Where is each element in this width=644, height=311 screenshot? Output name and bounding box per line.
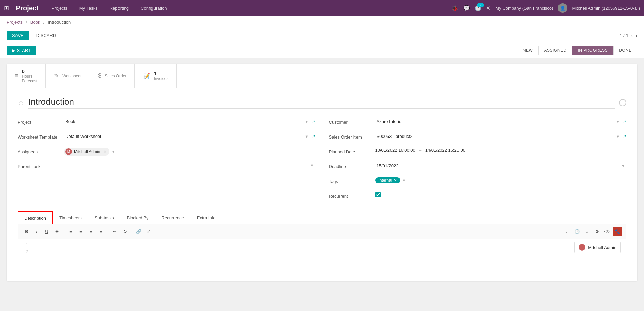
tag-badge-internal: Internal ✕ bbox=[375, 177, 400, 183]
star-icon[interactable]: ☆ bbox=[18, 98, 24, 107]
app-grid-icon[interactable]: ⊞ bbox=[4, 4, 9, 12]
tab-timesheets[interactable]: Timesheets bbox=[53, 211, 88, 224]
tag-remove[interactable]: ✕ bbox=[394, 178, 397, 183]
company-name: My Company (San Francisco) bbox=[495, 6, 553, 11]
breadcrumb-projects[interactable]: Projects bbox=[7, 20, 23, 25]
salesorder-label: Sales Order bbox=[105, 74, 126, 78]
sales-order-item-dropdown[interactable]: S00063 - product2 ▼ bbox=[375, 133, 621, 140]
toolbar-redo[interactable]: ↻ bbox=[120, 227, 130, 236]
tab-extra-info[interactable]: Extra Info bbox=[191, 211, 222, 224]
field-label-deadline: Deadline bbox=[329, 162, 373, 169]
pager: 1 / 1 ‹ › bbox=[620, 33, 637, 39]
toolbar-arrows[interactable]: ⇌ bbox=[562, 227, 572, 236]
smart-btn-worksheet[interactable]: ✎ Worksheet bbox=[46, 64, 90, 88]
recurrent-checkbox[interactable] bbox=[375, 192, 381, 197]
customer-arrow: ▼ bbox=[616, 120, 620, 124]
start-button[interactable]: ▶ START bbox=[7, 46, 36, 55]
nav-mytasks[interactable]: My Tasks bbox=[77, 4, 100, 12]
editor-content[interactable] bbox=[22, 242, 622, 269]
toolbar-unordered-list[interactable]: ≡ bbox=[76, 227, 86, 236]
project-dropdown[interactable]: Book ▼ bbox=[64, 118, 310, 125]
bug-icon[interactable]: 🐞 bbox=[452, 5, 459, 11]
stage-inprogress[interactable]: IN PROGRESS bbox=[572, 46, 613, 55]
form-area: ☆ Project Book ▼ bbox=[7, 88, 637, 281]
toolbar-indent-right[interactable]: ≡ bbox=[96, 227, 106, 236]
sales-order-item-external-link[interactable]: ↗ bbox=[623, 134, 626, 139]
customer-dropdown[interactable]: Azure Interior ▼ bbox=[375, 118, 621, 125]
tab-recurrence[interactable]: Recurrence bbox=[155, 211, 191, 224]
toolbar-code[interactable]: </> bbox=[603, 227, 612, 236]
nav-reporting[interactable]: Reporting bbox=[107, 4, 131, 12]
worksheet-template-arrow: ▼ bbox=[305, 134, 309, 139]
stage-new[interactable]: NEW bbox=[517, 46, 539, 55]
worksheet-template-external-link[interactable]: ↗ bbox=[312, 134, 315, 139]
toolbar-ordered-list[interactable]: ≡ bbox=[66, 227, 75, 236]
worksheet-template-value: Default Worksheet bbox=[65, 134, 305, 139]
toolbar-fullscreen[interactable]: ⤢ bbox=[144, 227, 154, 236]
nav-configuration[interactable]: Configuration bbox=[138, 4, 169, 12]
toolbar-underline[interactable]: U bbox=[42, 227, 52, 236]
deadline-dropdown[interactable]: 15/01/2022 ▼ bbox=[375, 162, 627, 170]
worksheet-icon: ✎ bbox=[54, 72, 59, 80]
toolbar-strikethrough[interactable]: S bbox=[52, 227, 62, 236]
planned-date-from[interactable]: 10/01/2022 16:00:00 bbox=[375, 148, 415, 153]
settings-icon[interactable]: ✕ bbox=[486, 5, 490, 11]
smart-btn-hours[interactable]: ≡ 0 HoursForecast bbox=[7, 64, 46, 88]
worksheet-template-dropdown[interactable]: Default Worksheet ▼ bbox=[64, 133, 310, 140]
toolbar-comment-active[interactable]: 🐾 bbox=[613, 227, 622, 236]
field-label-tags: Tags bbox=[329, 177, 373, 184]
toolbar-link[interactable]: 🔗 bbox=[134, 227, 143, 236]
line-1: 1 bbox=[18, 242, 28, 248]
salesorder-icon: $ bbox=[98, 72, 101, 79]
form-right: Customer Azure Interior ▼ ↗ Sales Order … bbox=[329, 118, 627, 202]
nav-projects[interactable]: Projects bbox=[49, 4, 70, 12]
breadcrumb-book[interactable]: Book bbox=[30, 20, 40, 25]
pager-prev[interactable]: ‹ bbox=[631, 33, 633, 39]
save-button[interactable]: SAVE bbox=[7, 31, 29, 40]
messaging-icon-wrap: 💬 bbox=[463, 5, 470, 11]
hours-num: 0 bbox=[22, 68, 38, 74]
user-avatar[interactable]: 👤 bbox=[558, 3, 567, 13]
field-worksheet-template: Worksheet Template Default Worksheet ▼ ↗ bbox=[18, 133, 315, 143]
toolbar-indent-left[interactable]: ≡ bbox=[86, 227, 96, 236]
nav-right: 🐞 💬 🕐 30 ✕ My Company (San Francisco) 👤 … bbox=[452, 3, 640, 13]
customer-external-link[interactable]: ↗ bbox=[623, 119, 626, 124]
toolbar-italic[interactable]: I bbox=[32, 227, 41, 236]
smart-btn-invoices[interactable]: 📝 1 Invoices bbox=[135, 64, 177, 88]
editor-toolbar: B I U S ≡ ≡ ≡ ≡ ↩ ↻ 🔗 ⤢ ⇌ bbox=[18, 224, 626, 239]
toolbar-right: ⇌ 🕐 ☆ ⚙ </> 🐾 bbox=[562, 227, 622, 236]
project-external-link[interactable]: ↗ bbox=[312, 119, 315, 124]
editor-comment: Mitchell Admin bbox=[574, 242, 621, 253]
hours-label: HoursForecast bbox=[22, 74, 38, 83]
tab-blocked-by[interactable]: Blocked By bbox=[121, 211, 155, 224]
field-sales-order-item: Sales Order Item S00063 - product2 ▼ ↗ bbox=[329, 133, 627, 143]
stage-done[interactable]: DONE bbox=[613, 46, 637, 55]
clock-badge: 30 bbox=[477, 3, 484, 7]
toolbar-gear[interactable]: ⚙ bbox=[592, 227, 602, 236]
field-value-sales-order-item: S00063 - product2 ▼ ↗ bbox=[375, 133, 627, 140]
field-label-sales-order-item: Sales Order Item bbox=[329, 133, 373, 140]
planned-date-to[interactable]: 14/01/2022 16:20:00 bbox=[425, 148, 465, 153]
toolbar-history[interactable]: 🕐 bbox=[572, 227, 582, 236]
field-label-recurrent: Recurrent bbox=[329, 192, 373, 199]
tab-subtasks[interactable]: Sub-tasks bbox=[88, 211, 121, 224]
pager-next[interactable]: › bbox=[636, 33, 637, 39]
parent-task-dropdown[interactable]: ▼ bbox=[64, 162, 315, 169]
messaging-icon[interactable]: 💬 bbox=[463, 5, 470, 11]
stage-assigned[interactable]: ASSIGNED bbox=[538, 46, 572, 55]
toolbar-sep-3 bbox=[132, 228, 132, 235]
field-planned-date: Planned Date 10/01/2022 16:00:00 → 14/01… bbox=[329, 148, 627, 158]
editor-body[interactable]: 1 2 Mitchell Admin bbox=[18, 239, 626, 273]
discard-button[interactable]: DISCARD bbox=[32, 31, 60, 40]
toolbar-bold[interactable]: B bbox=[22, 227, 31, 236]
task-title-input[interactable] bbox=[28, 96, 615, 109]
toolbar-star[interactable]: ☆ bbox=[582, 227, 592, 236]
smart-btn-salesorder[interactable]: $ Sales Order bbox=[90, 64, 135, 88]
tab-description[interactable]: Description bbox=[18, 211, 53, 224]
task-status-circle[interactable] bbox=[619, 99, 626, 106]
toolbar-undo[interactable]: ↩ bbox=[110, 227, 120, 236]
toolbar-sep-2 bbox=[108, 228, 108, 235]
field-value-deadline: 15/01/2022 ▼ bbox=[375, 162, 627, 170]
main-content: ≡ 0 HoursForecast ✎ Worksheet $ Sales Or… bbox=[0, 58, 644, 286]
assignee-remove[interactable]: ✕ bbox=[103, 149, 107, 154]
